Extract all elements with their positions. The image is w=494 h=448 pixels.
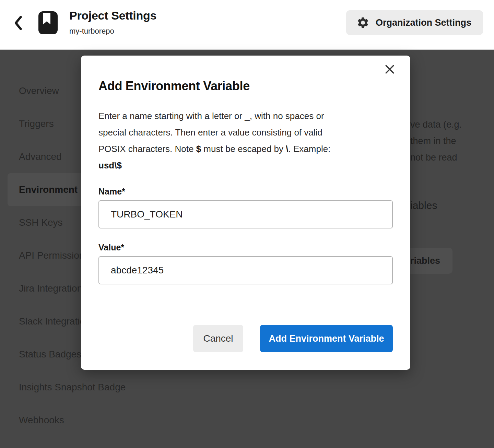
add-environment-variable-modal: Add Environment Variable Enter a name st… [81,56,410,370]
page-title: Project Settings [69,9,156,22]
organization-settings-button[interactable]: Organization Settings [346,10,483,35]
project-name: my-turborepo [69,27,156,36]
description-line: special characters. Then enter a value c… [98,124,393,141]
modal-footer-divider [81,308,410,308]
value-input[interactable] [98,256,393,284]
background-text-fragment: them in the [410,134,456,148]
description-line: usd\$ [98,157,393,174]
page: Project Settings my-turborepo Organizati… [0,0,494,448]
background-text-fragment: ve data (e.g. [410,118,462,131]
sidebar-item-webhooks[interactable]: Webhooks [8,404,175,437]
organization-settings-label: Organization Settings [376,17,471,28]
header: Project Settings my-turborepo Organizati… [0,0,494,50]
value-field-label: Value* [98,243,124,252]
project-bookmark-icon [38,11,58,34]
close-icon [385,64,395,74]
back-button[interactable] [10,14,27,32]
description-line: POSIX characters. Note $ must be escaped… [98,141,393,157]
sidebar-item-insights-snapshot-badge[interactable]: Insights Snapshot Badge [8,371,175,404]
header-titles: Project Settings my-turborepo [69,9,156,36]
background-heading-fragment: iables [410,200,437,211]
close-button[interactable] [383,62,397,76]
name-input[interactable] [98,200,393,228]
modal-title: Add Environment Variable [98,79,250,93]
gear-icon [356,16,369,29]
background-text-fragment: not be read [410,151,457,164]
cancel-button[interactable]: Cancel [193,325,243,352]
add-environment-variable-button[interactable]: Add Environment Variable [260,325,393,352]
description-line: Enter a name starting with a letter or _… [98,108,393,124]
name-field-label: Name* [98,187,125,197]
modal-description: Enter a name starting with a letter or _… [98,108,393,174]
chevron-left-icon [12,15,25,32]
